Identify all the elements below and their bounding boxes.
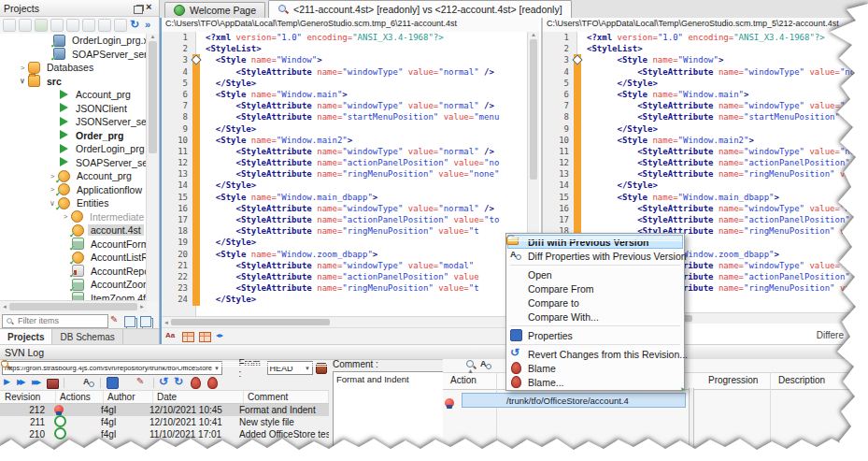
log-row-211[interactable]: 211f4gl12/10/2021 10:41New style file xyxy=(0,416,329,428)
code-line-8[interactable]: 8<StyleAttribute name="startMenuPosition… xyxy=(543,111,868,122)
code-line-24[interactable]: 24</Style> xyxy=(162,294,528,305)
column-header-author[interactable]: Author xyxy=(104,391,153,403)
code-line-13[interactable]: 13<StyleAttribute name="ringMenuPosition… xyxy=(162,168,528,180)
code-line-19[interactable]: 19</Style> xyxy=(162,237,528,248)
filter-items-box[interactable] xyxy=(2,314,108,328)
tab-welcome-page[interactable]: Welcome Page xyxy=(164,2,265,18)
commit-icon[interactable] xyxy=(47,379,59,389)
tree-horizontal-scrollbar[interactable]: ◄► xyxy=(0,300,147,312)
diff-props-icon[interactable] xyxy=(83,377,95,389)
tree-item-accountzoom-4f[interactable]: AccountZoom.4f xyxy=(0,278,147,292)
tree-item-entities[interactable]: ∨Entities xyxy=(0,196,147,210)
code-line-12[interactable]: 12<StyleAttribute name="actionPanelPosit… xyxy=(543,157,868,168)
code-line-22[interactable]: 22<StyleAttribute name="actionPanelPosit… xyxy=(162,271,528,282)
update-icon[interactable] xyxy=(174,377,186,389)
code-line-18[interactable]: 18<StyleAttribute name="ringMenuPosition… xyxy=(162,225,528,237)
next-diff-icon[interactable] xyxy=(2,377,14,389)
stop-icon[interactable] xyxy=(50,19,64,32)
code-line-7[interactable]: 7<StyleAttribute name="windowType" value… xyxy=(162,100,528,111)
tree-item-orderlogin-prg[interactable]: OrderLogin_prg xyxy=(0,142,147,156)
code-line-8[interactable]: 8<StyleAttribute name="startMenuPosition… xyxy=(162,111,528,122)
tree-item-account-4st[interactable]: account.4st xyxy=(0,223,147,238)
copy-all-icon[interactable] xyxy=(140,316,151,327)
tree-item-databases[interactable]: >Databases xyxy=(0,61,147,75)
new-file-icon[interactable] xyxy=(98,19,111,32)
code-line-5[interactable]: 5</Style> xyxy=(162,78,528,89)
last-diff-icon[interactable] xyxy=(32,377,44,389)
code-line-2[interactable]: 2<StyleList> xyxy=(162,43,528,54)
action-column-header[interactable]: Action xyxy=(450,375,477,385)
properties-icon[interactable] xyxy=(107,377,119,389)
redo-icon[interactable] xyxy=(82,19,95,32)
code-line-15[interactable]: 15<Style name="Window.main_dbapp"> xyxy=(162,192,528,203)
copy-icon[interactable] xyxy=(124,316,135,327)
font-case-icon[interactable] xyxy=(165,330,178,342)
table-view2-icon[interactable] xyxy=(199,332,211,342)
code-line-1[interactable]: 1<?xml version="1.0" encoding="ANSI_X3.4… xyxy=(162,32,528,43)
expand-arrow-icon[interactable]: > xyxy=(60,212,71,221)
edit-icon[interactable] xyxy=(136,377,149,389)
tree-item-account-prg[interactable]: Account_prg xyxy=(0,88,147,102)
tree-item-jsonserver-server[interactable]: JSONServer_server xyxy=(0,115,147,129)
diff-search-icon[interactable] xyxy=(69,378,80,389)
left-horizontal-scrollbar[interactable]: ◄► xyxy=(162,316,528,327)
description-column-header[interactable]: Description xyxy=(778,375,825,385)
code-line-9[interactable]: 9</Style> xyxy=(543,123,868,135)
code-line-14[interactable]: 14</Style> xyxy=(162,180,528,191)
tab-db-schemas[interactable]: DB Schemas xyxy=(52,329,122,344)
tree-item-soapserver-server[interactable]: SOAPServer_server xyxy=(0,156,147,170)
tree-item-order-prg[interactable]: Order_prg xyxy=(0,129,147,143)
tree-item-soapserver-server-x[interactable]: SOAPServer_server.x xyxy=(0,48,147,62)
tree-item-accountreportd[interactable]: AccountReportD xyxy=(0,265,147,279)
menu-item-compare-from[interactable]: Compare From xyxy=(507,281,683,295)
menu-item-diff-properties-with-previous-version[interactable]: Diff Properties with Previous Version xyxy=(507,249,683,263)
code-line-17[interactable]: 17<StyleAttribute name="actionPanelPosit… xyxy=(162,214,528,225)
tree-item-applicationflow[interactable]: >Applicationflow xyxy=(0,183,147,197)
code-line-10[interactable]: 10<Style name="Window.main2"> xyxy=(543,135,868,146)
code-line-17[interactable]: 17<StyleAttribute name="actionPanelPosit… xyxy=(543,214,868,225)
tree-vertical-scrollbar[interactable]: ▲ xyxy=(146,34,159,301)
tree-item-accountform-4fo[interactable]: AccountForm.4fo xyxy=(0,238,147,252)
column-header-revision[interactable]: Revision xyxy=(0,391,56,403)
code-line-7[interactable]: 7<StyleAttribute name="windowType" value… xyxy=(543,100,868,111)
menu-item-revert-changes-from-this-revision-[interactable]: Revert Changes from this Revision... xyxy=(507,347,683,361)
menu-item-compare-with-[interactable]: Compare With... xyxy=(507,310,683,324)
clear-filter-icon[interactable] xyxy=(110,315,122,327)
log-row-210[interactable]: 210f4gl11/10/2021 17:01Added OfficeStore… xyxy=(0,428,329,440)
code-line-15[interactable]: 15<Style name="Window.main_dbapp"> xyxy=(543,192,868,203)
code-line-13[interactable]: 13<StyleAttribute name="ringMenuPosition… xyxy=(543,168,868,180)
menu-item-open[interactable]: Open xyxy=(507,267,683,281)
action-path-row[interactable]: /trunk/tfo/OfficeStore/account.4 xyxy=(462,393,686,408)
code-line-10[interactable]: 10<Style name="Window.main2"> xyxy=(162,135,528,146)
expand-arrow-icon[interactable]: > xyxy=(17,64,28,72)
overflow-icon[interactable] xyxy=(145,20,157,32)
blame-icon[interactable] xyxy=(191,377,201,389)
float-panel-icon[interactable] xyxy=(134,6,143,14)
code-line-9[interactable]: 9</Style> xyxy=(162,123,528,135)
tab-diff-view[interactable]: <211-account.4st> [readonly] vs <212-acc… xyxy=(268,0,572,18)
code-line-14[interactable]: 14</Style> xyxy=(543,180,868,191)
code-line-21[interactable]: 21<StyleAttribute name="windowType" valu… xyxy=(162,260,528,271)
code-line-12[interactable]: 12<StyleAttribute name="actionPanelPosit… xyxy=(162,157,528,168)
blame-dialog-icon[interactable] xyxy=(207,377,218,389)
package-icon[interactable] xyxy=(114,19,127,32)
panel-splitter[interactable] xyxy=(689,388,694,461)
menu-item-properties[interactable]: Properties xyxy=(507,328,683,342)
code-line-16[interactable]: 16<StyleAttribute name="windowType" valu… xyxy=(162,203,528,214)
run-icon[interactable] xyxy=(35,19,48,32)
code-line-4[interactable]: 4<StyleAttribute name="windowType" value… xyxy=(162,66,528,78)
tree-item-accountlistrepo[interactable]: AccountListRepo xyxy=(0,251,147,265)
diff-props-mini-icon[interactable] xyxy=(480,359,492,371)
menu-item-compare-to[interactable]: Compare to xyxy=(507,295,683,310)
code-line-5[interactable]: 5</Style> xyxy=(543,78,868,89)
comment-text-box[interactable]: Format and Indent xyxy=(333,371,446,457)
code-line-6[interactable]: 6<Style name="Window.main"> xyxy=(162,89,528,100)
code-line-23[interactable]: 23<StyleAttribute name="ringMenuPosition… xyxy=(162,282,528,294)
undo-icon[interactable] xyxy=(66,19,79,32)
code-line-3[interactable]: 3<Style name="Window"> xyxy=(162,54,528,65)
column-header-comment[interactable]: Comment xyxy=(244,391,329,403)
code-line-20[interactable]: 20<Style name="Window.zoom_dbapp"> xyxy=(162,249,528,260)
search-icon[interactable] xyxy=(122,378,134,389)
tree-item-account-prg[interactable]: >Account_prg xyxy=(0,169,147,183)
next-diffs-icon[interactable] xyxy=(17,377,29,389)
